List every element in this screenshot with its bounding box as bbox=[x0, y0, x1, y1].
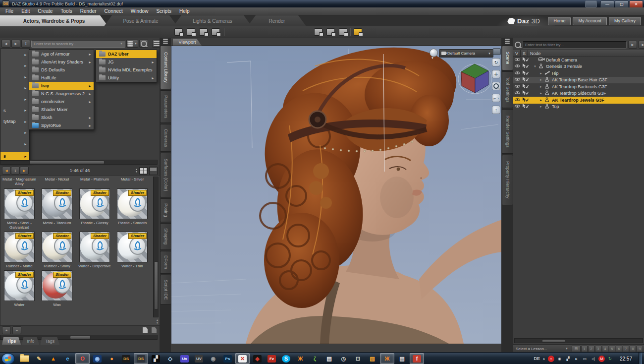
search-go-button[interactable] bbox=[139, 40, 148, 48]
shader-item-rubber-matte[interactable]: ShaderRubber - Matte bbox=[1, 232, 37, 268]
search-dropdown-icon[interactable]: ▼ bbox=[120, 42, 123, 45]
shader-item-plastic-smooth[interactable]: ShaderPlastic - Smooth bbox=[114, 188, 150, 230]
menu-item-halflife[interactable]: HalfLife bbox=[29, 74, 94, 82]
menu-connect[interactable]: Connect bbox=[101, 8, 126, 14]
shader-item-water-dispersive[interactable]: ShaderWater - Dispersive bbox=[77, 232, 112, 268]
nav-up-button[interactable]: ↥ bbox=[21, 40, 30, 48]
taskbar-clock[interactable]: 22:57 bbox=[616, 356, 636, 362]
aim-tool-icon[interactable]: ↑ bbox=[492, 106, 500, 114]
submenu-item-daz-uber[interactable]: DAZ Uber bbox=[96, 50, 157, 58]
toolbar-save-pose-icon[interactable] bbox=[197, 27, 209, 37]
lesson-list-button[interactable]: ▤ bbox=[572, 346, 581, 352]
lesson-button-1[interactable]: 1 bbox=[581, 346, 588, 352]
tab-pose-animate[interactable]: Pose & Animate bbox=[104, 15, 177, 26]
grid-scroll-arrows[interactable]: ▲▼ bbox=[156, 318, 159, 324]
shader-item-rubber-shiny[interactable]: ShaderRubber - Shiny bbox=[39, 232, 75, 268]
daz-studio-icon[interactable]: DS bbox=[119, 354, 133, 364]
eye-app-icon[interactable]: ◉ bbox=[207, 354, 220, 364]
skype-icon[interactable]: S bbox=[279, 354, 293, 364]
grid-view-icon[interactable] bbox=[139, 167, 148, 175]
content-search-input[interactable]: Enter text to search by . ▼ bbox=[31, 40, 125, 48]
menu-item-age-of-armour[interactable]: Age of Armour► bbox=[29, 50, 94, 58]
scene-node-hip[interactable]: ►Hip bbox=[513, 70, 644, 77]
shader-thumbnail[interactable]: Shader bbox=[117, 188, 148, 219]
butterfly-app-icon[interactable]: Ж bbox=[294, 354, 307, 364]
clock-app-icon[interactable]: ◷ bbox=[337, 354, 350, 364]
toolbar-content-icon[interactable] bbox=[172, 27, 184, 37]
expander-icon[interactable]: ► bbox=[539, 78, 544, 81]
expander-icon[interactable]: ► bbox=[539, 99, 544, 102]
right-strip-tab-property-hierarchy[interactable]: Property Hierarchy bbox=[502, 155, 513, 205]
footer-file-icon[interactable] bbox=[143, 327, 148, 333]
scene-node-ak-teardrop-jewels-g3f[interactable]: ►AK Teardrop Jewels G3F bbox=[513, 97, 644, 104]
pane-menu-icon[interactable] bbox=[160, 38, 171, 45]
database-filter-button[interactable]: ▼ bbox=[126, 40, 138, 48]
shader-thumbnail[interactable]: Shader bbox=[79, 188, 110, 219]
parent-menu-item-0[interactable]: ► bbox=[0, 49, 29, 61]
flag-icon[interactable]: ▸ bbox=[573, 356, 580, 362]
pen-app-icon[interactable]: ✎ bbox=[32, 354, 46, 364]
menu-file[interactable]: File bbox=[2, 8, 17, 14]
firefox-icon[interactable]: ● bbox=[105, 354, 118, 364]
viewport-3d[interactable]: ▼ Default Camera ▼ ↻ ✛ ⌐¬ ↑ bbox=[171, 46, 502, 344]
shader-thumbnail[interactable]: Shader bbox=[42, 188, 72, 219]
nav-forward-button[interactable]: ► bbox=[11, 40, 20, 48]
menu-item-alienart-iray-shaders[interactable]: AlienArt Iray Shaders► bbox=[29, 58, 94, 66]
shader-item-plastic-glossy[interactable]: ShaderPlastic - Glossy bbox=[77, 188, 112, 230]
volume-icon[interactable]: ◁ bbox=[590, 356, 596, 362]
left-strip-tab-posing[interactable]: Posing bbox=[160, 198, 171, 222]
visibility-eye-icon[interactable] bbox=[513, 84, 521, 89]
tab-actors-wardrobe-props[interactable]: Actors, Wardrobe & Props bbox=[0, 15, 108, 26]
shader-thumbnail[interactable]: Shader bbox=[79, 232, 110, 262]
visibility-eye-icon[interactable] bbox=[513, 77, 521, 82]
menu-item-omnifreaker[interactable]: omnifreaker► bbox=[29, 98, 94, 106]
layout-icon[interactable] bbox=[585, 0, 597, 7]
visibility-eye-icon[interactable] bbox=[513, 104, 521, 109]
left-strip-tab-script-ide[interactable]: Script IDE bbox=[160, 275, 171, 304]
red-diamond-app-icon[interactable]: ◆ bbox=[251, 354, 264, 364]
toolbar-save-scene-icon[interactable] bbox=[210, 27, 221, 37]
menu-window[interactable]: Window bbox=[127, 8, 152, 14]
vlc-icon[interactable]: ▲ bbox=[47, 354, 60, 364]
install-manager-icon[interactable]: ◉ bbox=[91, 354, 104, 364]
grid-vertical-scrollbar[interactable] bbox=[153, 177, 159, 317]
uv-gray-app-icon[interactable]: UV bbox=[192, 354, 206, 364]
parent-menu-item-1[interactable]: ► bbox=[0, 61, 29, 72]
shader-thumbnail[interactable]: Shader bbox=[4, 188, 35, 219]
feather-app-icon[interactable]: ζ bbox=[308, 354, 322, 364]
shader-thumbnail[interactable]: Shader bbox=[4, 232, 35, 262]
shader-item-metal-titanium[interactable]: ShaderMetal - Titanium bbox=[39, 188, 75, 230]
filter-next-button[interactable]: ► bbox=[639, 41, 644, 49]
opera-icon[interactable]: O bbox=[75, 353, 90, 364]
remove-item-button[interactable]: − bbox=[12, 326, 21, 334]
shader-thumbnail[interactable]: Shader bbox=[117, 232, 148, 262]
my-account-button[interactable]: My Account bbox=[573, 17, 607, 25]
lesson-button-4[interactable]: 4 bbox=[602, 346, 608, 352]
footer-file-icon-2[interactable] bbox=[152, 327, 157, 333]
tab-render[interactable]: Render bbox=[248, 15, 306, 26]
right-pane-menu-icon[interactable] bbox=[501, 38, 513, 45]
red-f-app-active-icon[interactable]: f bbox=[410, 353, 424, 364]
frame-tool-icon[interactable]: ⌐¬ bbox=[492, 94, 500, 102]
menu-edit[interactable]: Edit bbox=[18, 8, 33, 14]
submenu-item-nvidia-mdl-examples[interactable]: NVidia MDL Examples bbox=[96, 66, 157, 74]
show-hidden-icons[interactable]: ▲ bbox=[542, 357, 545, 360]
parent-menu-item-3[interactable]: ► bbox=[0, 83, 29, 94]
footer-tab-tags[interactable]: Tags bbox=[40, 337, 59, 345]
shader-item-wax[interactable]: ShaderWax bbox=[39, 270, 75, 307]
menu-item-spyrorue[interactable]: SpyroRue► bbox=[29, 121, 94, 129]
uv-purple-app-icon[interactable]: Uv bbox=[178, 354, 191, 364]
expander-icon[interactable]: ► bbox=[539, 92, 544, 95]
shader-thumbnail[interactable]: Shader bbox=[42, 270, 72, 301]
visibility-eye-icon[interactable] bbox=[513, 64, 521, 69]
filter-prev-button[interactable]: ► bbox=[628, 41, 637, 49]
monitor-app-icon[interactable]: ⊡ bbox=[351, 354, 365, 364]
scene-node-ak-teardrop-sidecurls-g3f[interactable]: ►AK Teardrop Sidecurls G3F bbox=[513, 90, 644, 97]
visibility-eye-icon[interactable] bbox=[513, 98, 521, 103]
expander-icon[interactable]: ▼ bbox=[534, 65, 538, 68]
footer-tab-tips[interactable]: Tips bbox=[2, 337, 21, 345]
left-strip-tab-cameras[interactable]: Cameras bbox=[160, 124, 171, 152]
parent-menu-item-7[interactable]: ► bbox=[0, 127, 29, 139]
menu-item-slosh[interactable]: Slosh► bbox=[29, 114, 94, 121]
scene-node-default-camera[interactable]: Default Camera bbox=[513, 57, 644, 63]
